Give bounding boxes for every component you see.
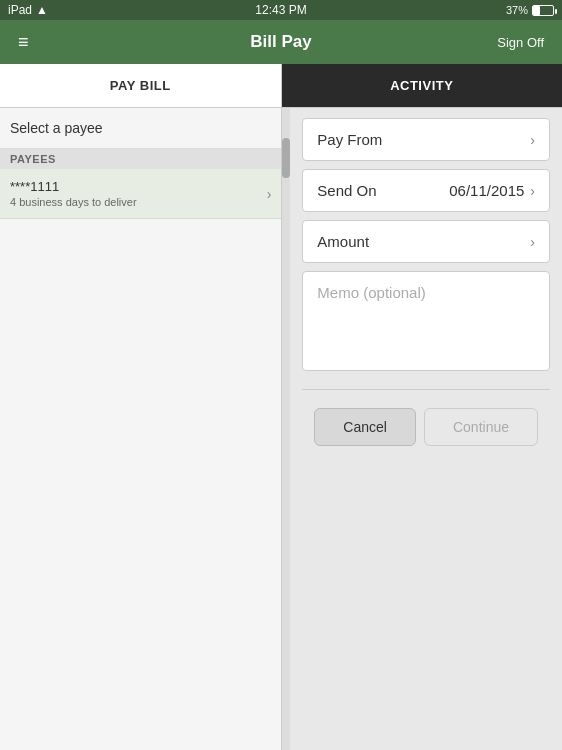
status-right: 37% [506, 4, 554, 16]
sign-off-button[interactable]: Sign Off [489, 31, 552, 54]
payee-chevron-icon: › [267, 186, 272, 202]
right-panel-inner: Pay From › Send On 06/11/2015 › Amount ›… [290, 108, 562, 464]
amount-row[interactable]: Amount › [302, 220, 550, 263]
memo-box[interactable]: Memo (optional) [302, 271, 550, 371]
payee-number: ****1111 [10, 179, 137, 194]
send-on-date: 06/11/2015 [449, 182, 524, 199]
send-on-row[interactable]: Send On 06/11/2015 › [302, 169, 550, 212]
status-left: iPad ▲ [8, 3, 48, 17]
bottom-buttons: Cancel Continue [302, 400, 550, 454]
payee-info: ****1111 4 business days to deliver [10, 179, 137, 208]
left-panel: Select a payee PAYEES ****1111 4 busines… [0, 108, 282, 750]
tab-pay-bill[interactable]: PAY BILL [0, 64, 282, 107]
tab-activity[interactable]: ACTIVITY [282, 64, 563, 107]
amount-label: Amount [317, 233, 369, 250]
divider [302, 389, 550, 390]
payee-row[interactable]: ****1111 4 business days to deliver › [0, 169, 281, 219]
send-on-value-area: 06/11/2015 › [449, 182, 535, 199]
send-on-label: Send On [317, 182, 376, 199]
status-bar: iPad ▲ 12:43 PM 37% [0, 0, 562, 20]
menu-button[interactable]: ≡ [10, 28, 37, 57]
carrier-label: iPad [8, 3, 32, 17]
payee-delivery-note: 4 business days to deliver [10, 196, 137, 208]
nav-bar: ≡ Bill Pay Sign Off [0, 20, 562, 64]
select-payee-header: Select a payee [0, 108, 281, 149]
pay-from-chevron-icon: › [530, 132, 535, 148]
continue-button[interactable]: Continue [424, 408, 538, 446]
main-content: Select a payee PAYEES ****1111 4 busines… [0, 108, 562, 750]
battery-percent: 37% [506, 4, 528, 16]
battery-icon [532, 5, 554, 16]
scrollbar[interactable] [282, 108, 290, 750]
status-time: 12:43 PM [255, 3, 306, 17]
payees-section-label: PAYEES [0, 149, 281, 169]
tab-bar: PAY BILL ACTIVITY [0, 64, 562, 108]
memo-label: Memo (optional) [317, 284, 425, 301]
select-payee-label: Select a payee [10, 120, 103, 136]
cancel-button[interactable]: Cancel [314, 408, 416, 446]
right-panel: Pay From › Send On 06/11/2015 › Amount ›… [290, 108, 562, 750]
amount-chevron-icon: › [530, 234, 535, 250]
scrollbar-thumb [282, 138, 290, 178]
wifi-icon: ▲ [36, 3, 48, 17]
send-on-chevron-icon: › [530, 183, 535, 199]
nav-title: Bill Pay [250, 32, 311, 52]
pay-from-row[interactable]: Pay From › [302, 118, 550, 161]
pay-from-label: Pay From [317, 131, 382, 148]
